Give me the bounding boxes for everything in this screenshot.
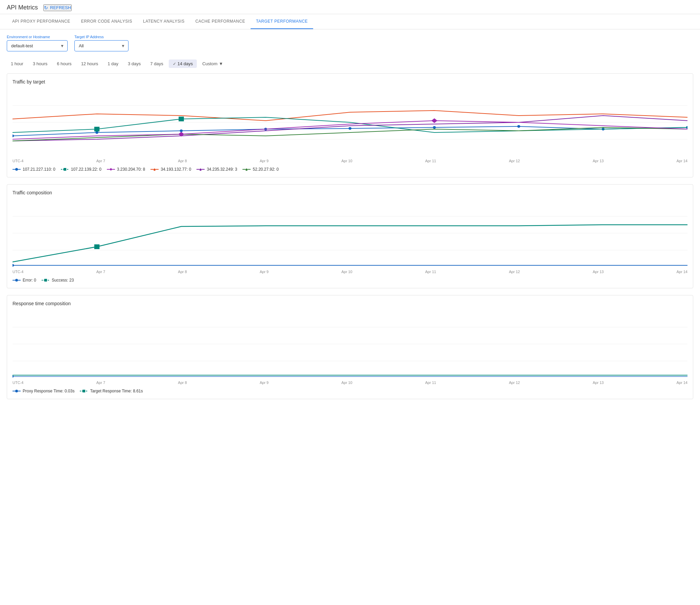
- target-ip-select-wrapper: All ▼: [74, 40, 129, 51]
- time-btn-custom[interactable]: Custom ▼: [198, 59, 227, 68]
- traffic-composition-svg: [13, 199, 687, 267]
- legend-line-5-icon: [196, 168, 205, 171]
- traffic-composition-card: Traffic composition UTC-4 Apr 7 Apr 8 Ap…: [7, 184, 693, 288]
- svg-point-8: [433, 126, 436, 129]
- legend-error-icon: [13, 279, 21, 282]
- legend-line-4-icon: [150, 168, 159, 171]
- traffic-by-target-title: Traffic by target: [13, 79, 687, 84]
- svg-point-42: [15, 390, 18, 392]
- time-btn-6h[interactable]: 6 hours: [53, 59, 75, 68]
- traffic-by-target-card: Traffic by target: [7, 73, 693, 177]
- svg-marker-21: [110, 168, 112, 171]
- target-ip-select[interactable]: All: [74, 40, 129, 51]
- legend-success-icon: [42, 279, 50, 282]
- tab-bar: API PROXY PERFORMANCE ERROR CODE ANALYSI…: [0, 14, 700, 29]
- legend-line-6-icon: [242, 168, 251, 171]
- tab-cache[interactable]: CACHE PERFORMANCE: [190, 14, 251, 29]
- legend-item-2: 107.22.139.22: 0: [61, 167, 101, 172]
- traffic-composition-xaxis: UTC-4 Apr 7 Apr 8 Apr 9 Apr 10 Apr 11 Ap…: [13, 270, 687, 275]
- traffic-composition-legend: Error: 0 Success: 23: [13, 278, 687, 283]
- legend-target-response-icon: [80, 389, 88, 393]
- legend-target-response: Target Response Time: 8.61s: [80, 389, 143, 393]
- traffic-by-target-xaxis: UTC-4 Apr 7 Apr 8 Apr 9 Apr 10 Apr 11 Ap…: [13, 159, 687, 164]
- svg-point-4: [95, 131, 98, 134]
- legend-proxy-response: Proxy Response Time: 0.03s: [13, 389, 74, 393]
- time-btn-1d[interactable]: 1 day: [103, 59, 122, 68]
- tab-error-code[interactable]: ERROR CODE ANALYSIS: [76, 14, 138, 29]
- time-btn-3h[interactable]: 3 hours: [29, 59, 51, 68]
- svg-point-5: [180, 129, 183, 132]
- traffic-by-target-legend: 107.21.227.110: 0 107.22.139.22: 0 3.230…: [13, 167, 687, 172]
- traffic-by-target-chart: [13, 89, 687, 156]
- svg-point-9: [517, 125, 520, 128]
- response-time-card: Response time composition UTC-4 Apr 7 Ap…: [7, 295, 693, 399]
- svg-point-32: [13, 264, 14, 267]
- svg-rect-31: [94, 244, 100, 249]
- legend-item-5: 34.235.32.249: 3: [196, 167, 237, 172]
- legend-line-1-icon: [13, 168, 21, 171]
- legend-proxy-response-icon: [13, 389, 21, 393]
- env-select[interactable]: default-test prod staging: [7, 40, 68, 51]
- custom-dropdown-icon: ▼: [219, 61, 223, 66]
- svg-rect-36: [44, 279, 47, 282]
- response-time-legend: Proxy Response Time: 0.03s Target Respon…: [13, 389, 687, 393]
- traffic-by-target-svg: [13, 89, 687, 156]
- refresh-icon: ↻: [44, 5, 48, 10]
- svg-point-7: [349, 127, 352, 130]
- legend-item-6: 52.20.27.92: 0: [242, 167, 279, 172]
- legend-item-3: 3.230.204.70: 8: [107, 167, 145, 172]
- response-time-title: Response time composition: [13, 301, 687, 306]
- response-time-svg: [13, 310, 687, 378]
- traffic-composition-chart: [13, 199, 687, 267]
- time-btn-7d[interactable]: 7 days: [146, 59, 167, 68]
- traffic-composition-title: Traffic composition: [13, 190, 687, 195]
- svg-rect-19: [64, 168, 66, 171]
- response-time-xaxis: UTC-4 Apr 7 Apr 8 Apr 9 Apr 10 Apr 11 Ap…: [13, 381, 687, 386]
- legend-error: Error: 0: [13, 278, 36, 283]
- env-select-wrapper: default-test prod staging ▼: [7, 40, 68, 51]
- response-time-chart: [13, 310, 687, 378]
- svg-rect-44: [83, 390, 85, 392]
- env-control-group: Environment or Hostname default-test pro…: [7, 35, 68, 51]
- legend-line-2-icon: [61, 168, 69, 171]
- tab-latency[interactable]: LATENCY ANALYSIS: [138, 14, 190, 29]
- time-btn-12h[interactable]: 12 hours: [77, 59, 102, 68]
- target-ip-label: Target IP Address: [74, 35, 129, 39]
- svg-point-40: [13, 376, 14, 378]
- svg-point-17: [15, 168, 18, 171]
- time-btn-14d[interactable]: ✓ 14 days: [169, 59, 197, 68]
- svg-rect-13: [179, 117, 184, 121]
- tab-api-proxy[interactable]: API PROXY PERFORMANCE: [7, 14, 76, 29]
- svg-point-3: [13, 135, 14, 137]
- time-btn-1h[interactable]: 1 hour: [7, 59, 27, 68]
- refresh-button[interactable]: ↻ REFRESH: [43, 4, 72, 11]
- checkmark-icon: ✓: [173, 62, 176, 66]
- page-header: API Metrics ↻ REFRESH: [0, 0, 700, 14]
- svg-rect-12: [94, 127, 100, 131]
- legend-item-1: 107.21.227.110: 0: [13, 167, 55, 172]
- env-label: Environment or Hostname: [7, 35, 68, 39]
- charts-container: Traffic by target: [0, 73, 700, 399]
- legend-success: Success: 23: [42, 278, 74, 283]
- filter-controls: Environment or Hostname default-test pro…: [0, 29, 700, 57]
- svg-point-34: [15, 279, 18, 282]
- time-filter-bar: 1 hour 3 hours 6 hours 12 hours 1 day 3 …: [0, 57, 700, 73]
- page-title: API Metrics: [7, 4, 38, 11]
- tab-target[interactable]: TARGET PERFORMANCE: [251, 14, 313, 29]
- target-ip-control-group: Target IP Address All ▼: [74, 35, 129, 51]
- time-btn-3d[interactable]: 3 days: [124, 59, 145, 68]
- legend-item-4: 34.193.132.77: 0: [150, 167, 191, 172]
- legend-line-3-icon: [107, 168, 115, 171]
